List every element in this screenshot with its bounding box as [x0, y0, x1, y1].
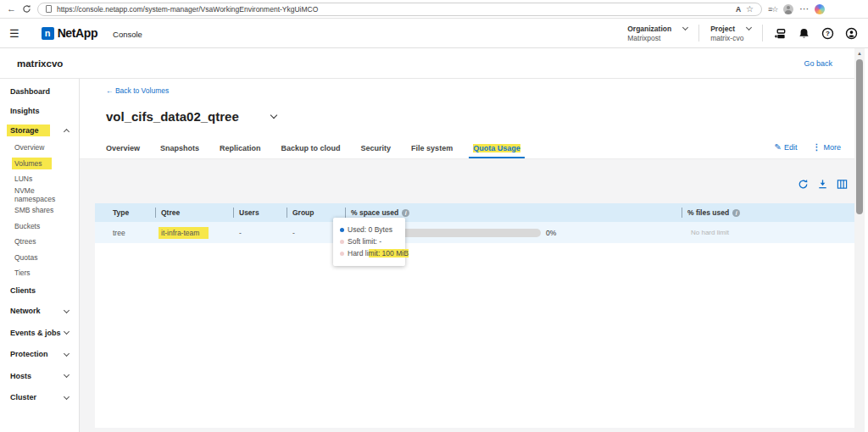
sidebar-item-clients[interactable]: Clients: [0, 281, 79, 301]
table-toolbar: [798, 179, 848, 190]
hard-limit-highlight: mit: 100 MiB: [369, 249, 409, 258]
space-used-percent: 0%: [546, 229, 556, 237]
sidebar-item-network[interactable]: Network: [0, 301, 79, 323]
environment-name: matrixcvo: [17, 58, 63, 69]
brand-name: NetApp: [58, 26, 97, 40]
title-chevron-down-icon[interactable]: [270, 112, 277, 119]
chevron-down-icon: [64, 329, 70, 335]
quota-table: Type Qtree Users Group % space usedi % f…: [95, 203, 854, 428]
project-selector[interactable]: Project matrix-cvo: [710, 25, 751, 42]
sidebar-item-volumes[interactable]: Volumes: [0, 156, 79, 172]
chevron-down-icon: [64, 351, 70, 357]
sidebar-item-buckets[interactable]: Buckets: [0, 219, 79, 235]
sidebar-item-hosts[interactable]: Hosts: [0, 365, 79, 387]
column-header-users: Users: [233, 203, 287, 222]
cell-users: -: [233, 222, 287, 243]
quota-table-row[interactable]: tree it-infra-team - - 0% No hard limit: [95, 222, 854, 243]
cell-files-used: No hard limit: [682, 222, 854, 243]
info-icon[interactable]: i: [732, 209, 740, 217]
tooltip-used: Used: 0 Bytes: [340, 224, 399, 235]
column-header-type: Type: [95, 203, 155, 222]
scrollbar-thumb[interactable]: [856, 59, 863, 214]
browser-back-icon[interactable]: ←: [7, 4, 16, 14]
netapp-logo-mark: n: [42, 27, 54, 40]
chevron-down-icon: [64, 394, 70, 400]
read-aloud-icon[interactable]: A: [736, 5, 741, 14]
sidebar-item-quotas[interactable]: Quotas: [0, 250, 79, 266]
quota-tooltip: Used: 0 Bytes Soft limit: - Hard limit: …: [333, 218, 405, 266]
tab-backup-to-cloud[interactable]: Backup to cloud: [277, 144, 345, 158]
favorite-star-icon[interactable]: ☆: [746, 5, 754, 14]
volumes-highlight: Volumes: [12, 158, 52, 169]
kebab-menu-icon: ⋮: [812, 142, 821, 152]
storage-highlight: Storage: [7, 125, 50, 136]
cell-type: tree: [95, 222, 155, 243]
download-button[interactable]: [817, 179, 828, 190]
info-icon[interactable]: i: [402, 209, 409, 217]
project-label: Project: [710, 25, 735, 33]
address-bar[interactable]: https://console.netapp.com/system-manage…: [37, 3, 762, 16]
sidebar-item-insights[interactable]: Insights: [0, 101, 79, 120]
scrollbar-up-arrow-icon[interactable]: ▲: [854, 48, 865, 58]
volume-header-section: ← Back to Volumes vol_cifs_data02_qtree …: [80, 79, 854, 159]
refresh-button[interactable]: [798, 179, 809, 190]
edit-button[interactable]: ✎Edit: [775, 142, 798, 152]
tab-overview[interactable]: Overview: [102, 144, 144, 158]
used-dot-icon: [340, 228, 344, 232]
tab-security[interactable]: Security: [357, 144, 396, 158]
sidebar-item-tiers[interactable]: Tiers: [0, 265, 79, 281]
qtree-highlight: it-infra-team: [159, 227, 209, 239]
sidebar-item-qtrees[interactable]: Qtrees: [0, 234, 79, 250]
sidebar-item-dashboard[interactable]: Dashboard: [0, 81, 79, 101]
notifications-bell-icon[interactable]: [798, 27, 810, 40]
column-settings-button[interactable]: [837, 179, 848, 190]
sidebar-item-overview[interactable]: Overview: [0, 140, 79, 156]
hamburger-menu-icon[interactable]: ☰: [9, 27, 19, 40]
go-back-link[interactable]: Go back: [804, 59, 832, 68]
chevron-down-icon: [682, 25, 688, 30]
tab-quota-usage[interactable]: Quota Usage: [469, 144, 525, 158]
browser-profile-avatar[interactable]: [783, 4, 793, 14]
back-to-volumes-link[interactable]: ← Back to Volumes: [106, 86, 169, 95]
quota-usage-panel: Type Qtree Users Group % space usedi % f…: [80, 159, 854, 432]
more-button[interactable]: ⋮More: [812, 142, 841, 152]
page: ← https://console.netapp.com/system-mana…: [0, 0, 868, 432]
url-text[interactable]: https://console.netapp.com/system-manage…: [57, 5, 731, 14]
browser-menu-icon[interactable]: ⋯: [799, 4, 809, 14]
sidebar-item-nvme-namespaces[interactable]: NVMe namespaces: [0, 187, 79, 203]
project-value: matrix-cvo: [710, 34, 751, 42]
sidebar-item-smb-shares[interactable]: SMB shares: [0, 202, 79, 219]
chevron-down-icon: [64, 372, 70, 378]
app-header: ☰ n NetApp Console Organization Matrixpo…: [0, 19, 868, 48]
sidebar-item-events-jobs[interactable]: Events & jobs: [0, 322, 79, 344]
tab-snapshots[interactable]: Snapshots: [156, 144, 203, 158]
site-info-icon[interactable]: [46, 5, 52, 13]
browser-toolbar: ← https://console.netapp.com/system-mana…: [0, 0, 868, 19]
column-header-qtree: Qtree: [155, 203, 233, 222]
help-icon[interactable]: ?: [821, 27, 834, 40]
tab-file-system[interactable]: File system: [407, 144, 457, 158]
connector-icon[interactable]: [774, 27, 787, 40]
copilot-icon[interactable]: [815, 4, 825, 14]
cell-qtree: it-infra-team: [155, 222, 233, 243]
product-name: Console: [113, 30, 142, 39]
tab-replication[interactable]: Replication: [215, 144, 265, 158]
soft-limit-dot-icon: [340, 240, 344, 244]
hard-limit-dot-icon: [340, 252, 344, 256]
sidebar-item-storage[interactable]: Storage: [0, 120, 79, 140]
chevron-up-icon: [64, 128, 70, 134]
vertical-scrollbar[interactable]: ▲: [854, 48, 865, 432]
netapp-logo: n NetApp: [42, 26, 97, 40]
sidebar-item-cluster[interactable]: Cluster: [0, 387, 79, 409]
organization-selector[interactable]: Organization Matrixpost: [627, 25, 687, 42]
sidebar-item-luns[interactable]: LUNs: [0, 171, 79, 187]
quota-usage-highlight: Quota Usage: [473, 144, 520, 152]
divider: [762, 25, 763, 42]
tooltip-soft-limit: Soft limit: -: [340, 235, 399, 247]
tab-bar: Overview Snapshots Replication Backup to…: [102, 144, 537, 158]
browser-refresh-icon[interactable]: [22, 4, 31, 14]
sidebar-item-protection[interactable]: Protection: [0, 344, 79, 366]
favorites-hub-icon[interactable]: ≡☆: [768, 5, 777, 14]
environment-bar: matrixcvo Go back: [0, 48, 854, 79]
user-account-icon[interactable]: [845, 27, 858, 40]
